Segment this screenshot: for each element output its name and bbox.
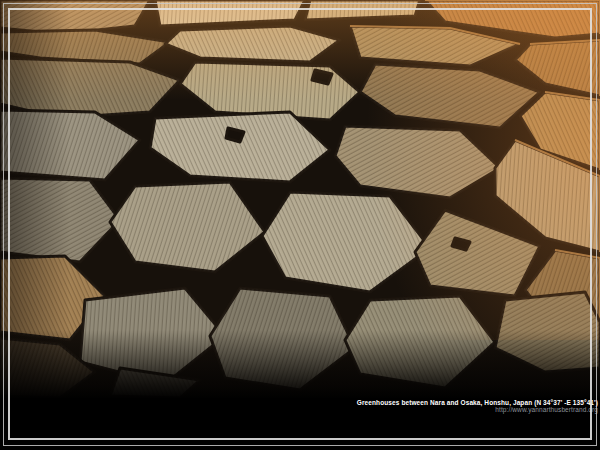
aerial-photo xyxy=(0,0,600,400)
caption: Greenhouses between Nara and Osaka, Hons… xyxy=(357,399,598,413)
bottom-fade xyxy=(0,330,600,400)
caption-band: Greenhouses between Nara and Osaka, Hons… xyxy=(0,398,600,450)
photo-credit-url: http://www.yannarthusbertrand.org xyxy=(357,406,598,413)
wallpaper: Greenhouses between Nara and Osaka, Hons… xyxy=(0,0,600,450)
photo-caption: Greenhouses between Nara and Osaka, Hons… xyxy=(357,399,598,406)
sunlight-right-glow xyxy=(340,0,600,340)
